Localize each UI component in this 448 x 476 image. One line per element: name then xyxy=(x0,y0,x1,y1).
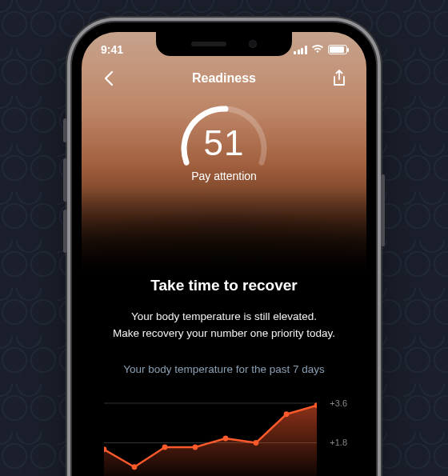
battery-icon xyxy=(328,45,347,54)
data-point xyxy=(284,411,290,417)
chevron-left-icon xyxy=(103,70,114,86)
cellular-signal-icon xyxy=(294,46,307,54)
status-indicators xyxy=(294,43,347,56)
back-button[interactable] xyxy=(98,67,120,90)
screen: 9:41 Readiness xyxy=(82,32,366,476)
body-temp-chart: +3.6 +1.8 0.0 xyxy=(99,390,349,476)
line-chart xyxy=(104,394,317,476)
mute-switch xyxy=(63,118,67,142)
share-icon xyxy=(332,70,346,87)
data-point xyxy=(223,435,229,441)
volume-down xyxy=(63,210,67,253)
section-description: Your body temperature is still elevated.… xyxy=(99,309,349,342)
y-axis-labels: +3.6 +1.8 0.0 xyxy=(320,390,347,476)
data-point xyxy=(193,444,198,450)
readiness-score: 51 xyxy=(168,123,280,163)
data-point xyxy=(132,464,138,470)
readiness-gauge: 51 Pay attention xyxy=(82,93,366,182)
chart-title: Your body temperature for the past 7 day… xyxy=(99,363,349,375)
hero-section: 9:41 Readiness xyxy=(82,32,366,272)
share-button[interactable] xyxy=(328,67,350,90)
status-bar: 9:41 xyxy=(82,32,366,56)
body-section: Take time to recover Your body temperatu… xyxy=(82,277,366,476)
status-time: 9:41 xyxy=(101,43,123,56)
phone-frame: 9:41 Readiness xyxy=(72,22,376,476)
wifi-icon xyxy=(311,43,324,56)
power-button xyxy=(381,174,385,246)
volume-up xyxy=(63,158,67,202)
desc-line-1: Your body temperature is still elevated. xyxy=(131,310,317,322)
data-point xyxy=(254,440,259,446)
page-title: Readiness xyxy=(192,71,256,86)
desc-line-2: Make recovery your number one priority t… xyxy=(113,327,335,339)
y-tick-label: +3.6 xyxy=(330,398,347,408)
data-point xyxy=(162,444,168,450)
section-heading: Take time to recover xyxy=(99,277,349,294)
y-tick-label: +1.8 xyxy=(330,438,347,447)
nav-bar: Readiness xyxy=(82,56,366,90)
